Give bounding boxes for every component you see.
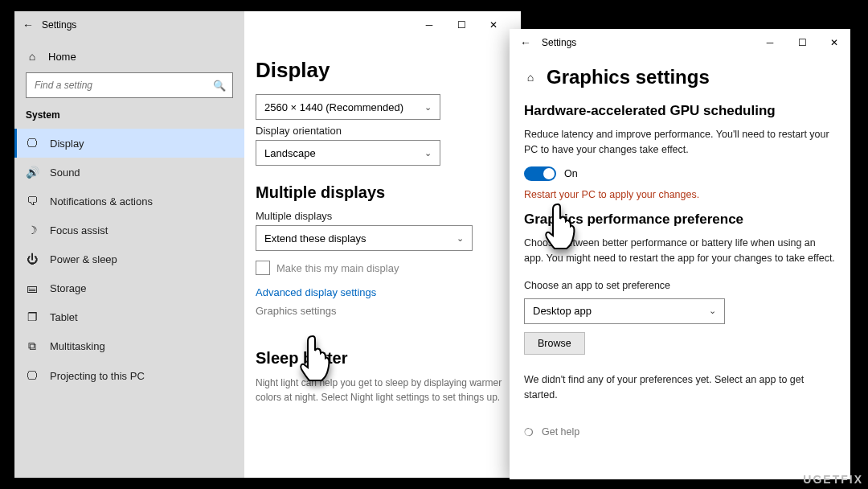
window-title: Settings: [42, 19, 76, 31]
sidebar-item-tablet[interactable]: ❐ Tablet: [14, 302, 244, 331]
search-input[interactable]: 🔍: [26, 72, 233, 98]
projecting-icon: 🖵: [26, 369, 39, 382]
sidebar-item-label: Notifications & actions: [50, 195, 153, 208]
display-icon: 🖵: [26, 137, 39, 150]
get-help-label: Get help: [542, 426, 579, 438]
toggle-switch-icon: [524, 166, 556, 181]
graphics-settings-link[interactable]: Graphics settings: [256, 305, 510, 317]
storage-icon: 🖴: [26, 281, 39, 294]
maximize-button[interactable]: ☐: [786, 31, 818, 55]
titlebar: ← Settings ─ ☐ ✕: [510, 29, 850, 56]
sidebar-item-label: Projecting to this PC: [50, 370, 145, 382]
multiple-displays-select[interactable]: Extend these displays ⌄: [256, 225, 473, 251]
chevron-down-icon: ⌄: [457, 233, 464, 244]
notifications-icon: 🗨: [26, 195, 39, 208]
cursor-hand-icon: [538, 198, 587, 257]
resolution-select[interactable]: 2560 × 1440 (Recommended) ⌄: [256, 94, 440, 120]
gpu-scheduling-desc: Reduce latency and improve performance. …: [524, 127, 836, 158]
tablet-icon: ❐: [26, 310, 39, 323]
window-title: Settings: [542, 37, 576, 48]
sidebar-item-label: Display: [50, 138, 84, 150]
home-icon[interactable]: ⌂: [524, 71, 537, 84]
chevron-down-icon: ⌄: [424, 102, 432, 113]
orientation-value: Landscape: [264, 147, 316, 159]
search-icon: 🔍: [213, 80, 226, 92]
multiple-displays-value: Extend these displays: [264, 232, 366, 244]
resolution-value: 2560 × 1440 (Recommended): [264, 101, 403, 113]
app-type-select[interactable]: Desktop app ⌄: [524, 298, 725, 324]
maximize-button[interactable]: ☐: [445, 13, 477, 37]
cursor-hand-icon: [293, 330, 342, 389]
minimize-button[interactable]: ─: [413, 13, 445, 37]
choose-app-label: Choose an app to set preference: [524, 278, 836, 294]
sidebar: ← Settings ⌂ Home 🔍 System 🖵 Display 🔊 S…: [14, 11, 244, 478]
sidebar-item-label: Focus assist: [50, 224, 108, 236]
sidebar-item-label: Multitasking: [50, 340, 105, 352]
watermark: UGETFIX: [803, 473, 863, 486]
home-label: Home: [48, 51, 76, 63]
close-button[interactable]: ✕: [818, 31, 850, 55]
titlebar-right: ─ ☐ ✕: [256, 11, 510, 39]
main-display-checkbox[interactable]: Make this my main display: [256, 261, 510, 275]
display-settings-content: ─ ☐ ✕ Display 2560 × 1440 (Recommended) …: [244, 11, 521, 478]
settings-window-display: ← Settings ⌂ Home 🔍 System 🖵 Display 🔊 S…: [14, 11, 521, 478]
multiple-displays-heading: Multiple displays: [256, 183, 510, 202]
checkbox-label: Make this my main display: [276, 262, 399, 274]
sidebar-item-storage[interactable]: 🖴 Storage: [14, 273, 244, 302]
multitasking-icon: ⧉: [26, 339, 39, 353]
back-button[interactable]: ←: [14, 18, 42, 31]
gpu-scheduling-heading: Hardware-accelerated GPU scheduling: [524, 103, 836, 119]
chevron-down-icon: ⌄: [709, 306, 716, 316]
toggle-state: On: [564, 168, 578, 179]
search-field[interactable]: [33, 79, 213, 92]
sidebar-item-focus-assist[interactable]: ☽ Focus assist: [14, 216, 244, 244]
sidebar-item-label: Tablet: [50, 311, 78, 323]
gpu-scheduling-toggle[interactable]: On: [524, 166, 836, 181]
sidebar-item-display[interactable]: 🖵 Display: [14, 129, 244, 158]
close-button[interactable]: ✕: [477, 13, 510, 37]
orientation-select[interactable]: Landscape ⌄: [256, 140, 440, 166]
advanced-display-link[interactable]: Advanced display settings: [256, 286, 510, 298]
titlebar: ← Settings: [14, 11, 244, 39]
home-icon: ⌂: [26, 50, 39, 63]
sidebar-item-notifications[interactable]: 🗨 Notifications & actions: [14, 187, 244, 216]
app-type-value: Desktop app: [533, 305, 592, 317]
orientation-label: Display orientation: [256, 125, 510, 137]
sidebar-item-sound[interactable]: 🔊 Sound: [14, 158, 244, 187]
no-preferences-message: We didn't find any of your preferences y…: [524, 372, 836, 404]
page-title: Graphics settings: [547, 66, 710, 88]
section-label: System: [14, 109, 244, 129]
help-icon: ❍: [524, 426, 534, 438]
chevron-down-icon: ⌄: [424, 148, 432, 158]
home-nav[interactable]: ⌂ Home: [14, 39, 244, 71]
focus-assist-icon: ☽: [26, 224, 39, 236]
page-heading: Display: [256, 58, 510, 83]
sidebar-item-projecting[interactable]: 🖵 Projecting to this PC: [14, 361, 244, 390]
power-icon: ⏻: [26, 253, 39, 265]
sidebar-item-multitasking[interactable]: ⧉ Multitasking: [14, 331, 244, 361]
sidebar-item-label: Storage: [50, 282, 87, 294]
sound-icon: 🔊: [26, 166, 39, 179]
minimize-button[interactable]: ─: [754, 31, 786, 55]
sidebar-item-label: Sound: [50, 166, 80, 179]
browse-button[interactable]: Browse: [524, 332, 585, 355]
back-button[interactable]: ←: [510, 36, 542, 49]
sidebar-item-label: Power & sleep: [50, 253, 117, 265]
get-help-link[interactable]: ❍ Get help: [524, 426, 836, 438]
multiple-displays-label: Multiple displays: [256, 210, 510, 222]
checkbox-icon: [256, 261, 270, 275]
sidebar-item-power-sleep[interactable]: ⏻ Power & sleep: [14, 244, 244, 273]
